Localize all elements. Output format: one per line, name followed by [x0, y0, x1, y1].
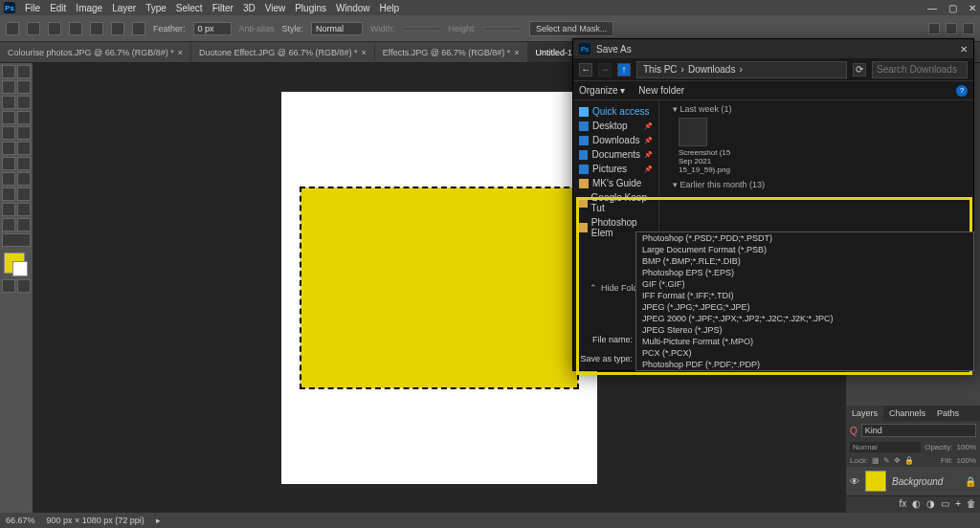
filetype-option[interactable]: IFF Format (*.IFF;*.TDI)	[636, 290, 973, 301]
layer-filter-input[interactable]	[861, 424, 976, 437]
zoom-level[interactable]: 66.67%	[6, 516, 35, 525]
search-input[interactable]: Search Downloads	[872, 61, 968, 78]
screenmode-icon[interactable]	[17, 279, 31, 293]
nav-back-icon[interactable]: ←	[579, 63, 592, 77]
sidebar-item[interactable]: Pictures	[575, 162, 657, 176]
foreground-color[interactable]	[4, 253, 25, 274]
help-icon[interactable]: ?	[956, 85, 968, 97]
close-icon[interactable]: ✕	[960, 44, 968, 55]
filetype-option[interactable]: PCX (*.PCX)	[636, 347, 973, 359]
artboard-tool[interactable]	[17, 65, 31, 78]
doc-tab[interactable]: Colourise photos.JPG @ 66.7% (RGB/8#) *×	[0, 42, 191, 62]
lock-icon[interactable]: ▦	[872, 456, 880, 465]
antialias-checkbox[interactable]: Anti-alias	[239, 24, 275, 33]
menu-file[interactable]: File	[25, 3, 40, 13]
filetype-option[interactable]: JPEG Stereo (*.JPS)	[636, 324, 973, 336]
menu-window[interactable]: Window	[336, 3, 370, 13]
dialog-titlebar[interactable]: Ps Save As ✕	[573, 39, 973, 58]
sidebar-item[interactable]: Google Keep Tut	[575, 190, 657, 215]
frame-tool[interactable]	[2, 111, 15, 124]
menu-image[interactable]: Image	[76, 3, 102, 13]
filetype-option[interactable]: GIF (*.GIF)	[636, 278, 973, 290]
workspace-icon[interactable]	[946, 23, 957, 34]
history-brush-tool[interactable]	[17, 142, 31, 155]
gradient-tool[interactable]	[17, 157, 31, 170]
style-select[interactable]: Normal	[311, 22, 363, 35]
type-tool[interactable]	[17, 187, 31, 201]
tab-paths[interactable]: Paths	[931, 406, 965, 421]
path-tool[interactable]	[2, 203, 15, 216]
blend-mode[interactable]: Normal	[850, 442, 921, 452]
menu-select[interactable]: Select	[176, 3, 203, 13]
sel-sub-icon[interactable]	[111, 22, 124, 35]
eyedropper-tool[interactable]	[17, 111, 31, 124]
filetype-option[interactable]: BMP (*.BMP;*.RLE;*.DIB)	[636, 255, 973, 267]
filetype-option[interactable]: Large Document Format (*.PSB)	[636, 244, 973, 255]
organize-button[interactable]: Organize ▾	[579, 85, 625, 96]
nav-up-icon[interactable]: ↑	[617, 63, 631, 77]
new-folder-button[interactable]: New folder	[638, 85, 684, 96]
hand-tool[interactable]	[2, 218, 15, 231]
layer-name[interactable]: Background	[892, 476, 943, 487]
fx-icon[interactable]: fx	[899, 498, 906, 511]
doc-tab[interactable]: Duotone Effect.JPG @ 66.7% (RGB/8#) *×	[191, 42, 375, 62]
menu-3d[interactable]: 3D	[243, 3, 256, 13]
refresh-icon[interactable]: ⟳	[853, 63, 866, 77]
sel-add-icon[interactable]	[90, 22, 103, 35]
filetype-dropdown[interactable]: Photoshop (*.PSD;*.PDD;*.PSDT)Large Docu…	[635, 231, 974, 371]
tab-channels[interactable]: Channels	[883, 406, 931, 421]
sidebar-item[interactable]: Desktop	[575, 119, 657, 133]
file-group[interactable]: Last week (1)	[665, 104, 968, 114]
visibility-icon[interactable]: 👁	[850, 476, 859, 487]
menu-help[interactable]: Help	[380, 3, 400, 13]
tool-preset-icon[interactable]	[27, 22, 40, 35]
filetype-option[interactable]: Photoshop EPS (*.EPS)	[636, 267, 973, 278]
filetype-option[interactable]: JPEG 2000 (*.JPF;*.JPX;*.JP2;*.J2C;*.J2K…	[636, 313, 973, 324]
doc-tab[interactable]: Effects.JPG @ 66.7% (RGB/8#) *×	[375, 42, 528, 62]
eraser-tool[interactable]	[2, 157, 15, 170]
sidebar-item[interactable]: Downloads	[575, 133, 657, 147]
shape-tool[interactable]	[17, 203, 31, 216]
blur-tool[interactable]	[2, 172, 15, 186]
share-icon[interactable]	[963, 23, 974, 34]
stamp-tool[interactable]	[2, 142, 15, 155]
search-icon[interactable]	[928, 23, 940, 34]
lock-icon[interactable]: ✥	[894, 456, 901, 465]
zoom-tool[interactable]	[17, 218, 31, 231]
nav-forward-icon[interactable]: →	[598, 63, 612, 77]
pen-tool[interactable]	[2, 187, 15, 201]
quick-access[interactable]: Quick access	[575, 104, 657, 119]
menu-plugins[interactable]: Plugins	[295, 3, 326, 13]
menu-type[interactable]: Type	[145, 3, 167, 13]
sel-int-icon[interactable]	[132, 22, 145, 35]
sel-new-icon[interactable]	[69, 22, 82, 35]
opacity-value[interactable]: 100%	[957, 443, 976, 451]
sidebar-item[interactable]: Documents	[575, 147, 657, 162]
file-group[interactable]: Earlier this month (13)	[665, 180, 968, 189]
breadcrumb-item[interactable]: This PC	[643, 64, 678, 75]
brush-tool[interactable]	[17, 126, 31, 140]
doc-info[interactable]: 900 px × 1080 px (72 ppi)	[47, 516, 145, 525]
menu-filter[interactable]: Filter	[212, 3, 234, 13]
heal-tool[interactable]	[2, 126, 15, 140]
menu-edit[interactable]: Edit	[50, 3, 66, 13]
window-maximize[interactable]: ▢	[948, 3, 957, 13]
close-icon[interactable]: ×	[362, 48, 367, 57]
adjustment-icon[interactable]: ◑	[926, 498, 935, 511]
filetype-option[interactable]: Multi-Picture Format (*.MPO)	[636, 336, 973, 347]
menu-view[interactable]: View	[265, 3, 286, 13]
breadcrumb-item[interactable]: Downloads	[688, 64, 735, 75]
lasso-tool[interactable]	[17, 80, 31, 94]
tab-layers[interactable]: Layers	[846, 406, 883, 421]
marquee-tool[interactable]	[2, 80, 15, 94]
lock-icon[interactable]: 🔒	[904, 456, 914, 465]
mask-icon[interactable]: ◐	[912, 498, 921, 511]
layer-thumbnail[interactable]	[865, 471, 886, 492]
quick-select-tool[interactable]	[2, 96, 15, 109]
window-close[interactable]: ✕	[969, 3, 976, 13]
file-item[interactable]: Screenshot (15 Sep 2021 15_19_59).png	[665, 116, 968, 180]
layer-row-background[interactable]: 👁 Background 🔒	[846, 467, 980, 495]
lock-icon[interactable]: ✎	[883, 456, 890, 465]
document-canvas[interactable]	[281, 92, 597, 484]
home-icon[interactable]	[6, 22, 19, 35]
